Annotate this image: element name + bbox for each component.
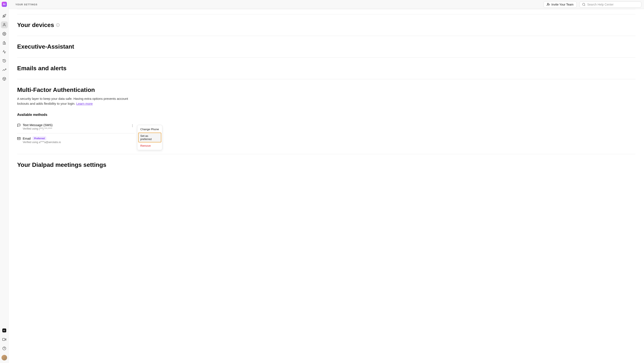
- section-assistant: Executive-Assistant: [17, 36, 636, 57]
- dropdown-change-phone[interactable]: Change Phone: [138, 126, 161, 133]
- section-devices: Your devices i: [17, 14, 636, 36]
- section-meetings: Your Dialpad meetings settings: [17, 154, 636, 176]
- method-list: Text Message (SMS) Verified using (***) …: [17, 120, 135, 147]
- svg-rect-4: [2, 338, 5, 341]
- dropdown-remove[interactable]: Remove: [138, 142, 161, 149]
- available-methods-heading: Available methods: [17, 113, 636, 117]
- search-input[interactable]: [587, 3, 639, 6]
- method-sms-more[interactable]: [130, 123, 135, 129]
- user-plus-icon: [547, 3, 550, 6]
- preferred-badge: Preferred: [32, 136, 46, 140]
- invite-team-button[interactable]: Invite Your Team: [544, 1, 577, 8]
- mfa-description: A security layer to keep your data safe.…: [17, 96, 135, 106]
- message-icon: [17, 124, 20, 127]
- invite-label: Invite Your Team: [552, 3, 574, 6]
- content-area: Your devices i Executive-Assistant Email…: [8, 9, 644, 363]
- search-icon: [582, 3, 586, 6]
- method-sms: Text Message (SMS) Verified using (***) …: [17, 120, 135, 133]
- svg-point-1: [4, 33, 5, 34]
- activity-icon[interactable]: [1, 48, 8, 55]
- building-icon[interactable]: [1, 39, 8, 46]
- dropdown-menu: Change Phone Set as preferred Remove: [137, 125, 162, 150]
- section-heading-devices: Your devices i: [17, 22, 636, 28]
- svg-point-10: [582, 3, 585, 5]
- method-email-subtitle: Verified using a****a@aerolabs.io: [23, 141, 135, 144]
- svg-marker-3: [5, 339, 6, 340]
- svg-point-7: [548, 3, 548, 4]
- svg-point-13: [132, 125, 132, 126]
- ai-logo-icon[interactable]: Ai: [1, 327, 8, 334]
- section-heading-assistant: Executive-Assistant: [17, 43, 636, 50]
- method-email-title: Email: [23, 137, 31, 140]
- trending-icon[interactable]: [1, 66, 8, 73]
- dropdown-set-preferred[interactable]: Set as preferred: [138, 133, 161, 142]
- section-heading-meetings: Your Dialpad meetings settings: [17, 161, 636, 168]
- learn-more-link[interactable]: Learn more: [76, 102, 93, 105]
- history-icon[interactable]: [1, 57, 8, 64]
- section-mfa: Multi-Factor Authentication A security l…: [17, 79, 636, 154]
- page-title: YOUR SETTINGS: [11, 3, 38, 6]
- rocket-icon[interactable]: [1, 12, 8, 19]
- section-emails: Emails and alerts: [17, 57, 636, 79]
- avatar[interactable]: [2, 355, 7, 361]
- search-container[interactable]: [579, 1, 642, 7]
- app-logo[interactable]: Ai: [2, 2, 7, 7]
- user-icon[interactable]: [1, 21, 8, 28]
- header: YOUR SETTINGS Invite Your Team: [8, 0, 644, 9]
- video-icon[interactable]: [1, 336, 8, 343]
- svg-point-0: [4, 23, 5, 25]
- gear-icon[interactable]: [1, 30, 8, 37]
- section-heading-mfa: Multi-Factor Authentication: [17, 86, 636, 93]
- mail-icon: [17, 137, 20, 140]
- svg-point-14: [132, 127, 132, 127]
- logo-text: Ai: [3, 3, 6, 6]
- help-icon[interactable]: [1, 345, 8, 352]
- method-sms-title: Text Message (SMS): [23, 123, 52, 127]
- sidebar: Ai: [0, 0, 8, 363]
- box-icon[interactable]: [1, 75, 8, 82]
- svg-line-11: [584, 5, 585, 6]
- method-email: Email Preferred Verified using a****a@ae…: [17, 133, 135, 147]
- section-heading-emails: Emails and alerts: [17, 65, 636, 72]
- info-icon[interactable]: i: [56, 23, 60, 27]
- method-sms-subtitle: Verified using (***) ***-****: [23, 127, 130, 130]
- more-vertical-icon: [131, 124, 134, 127]
- svg-point-12: [132, 124, 132, 125]
